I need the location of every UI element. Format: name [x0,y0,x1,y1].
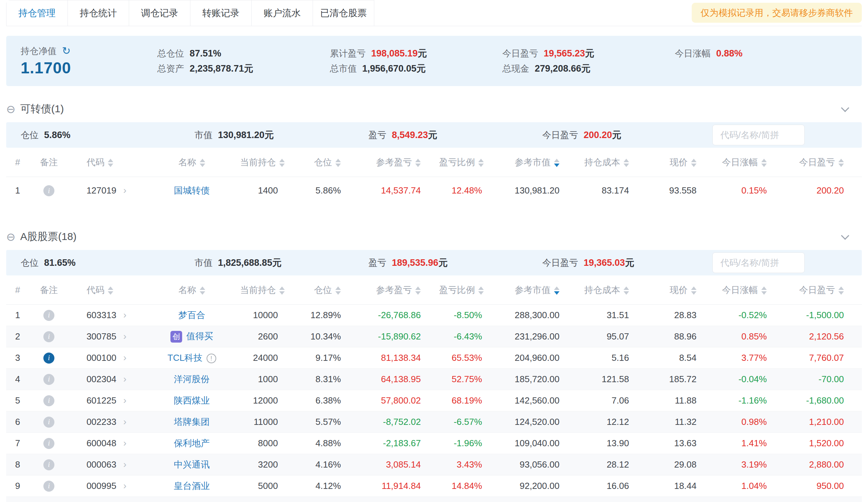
col-header-cost[interactable]: 持仓成本 [577,276,647,304]
note-info-icon[interactable]: i [43,185,54,196]
stock-name-link[interactable]: 中兴通讯 [174,459,210,470]
cell-idx: 5 [6,390,29,411]
cell-profit_pct: 3.43% [438,454,500,475]
col-header-day_pct[interactable]: 今日涨幅 [714,148,785,177]
cell-day_pct: 0.98% [714,411,785,432]
sort-icon [554,286,559,295]
cell-profit_pct: 52.75% [438,368,500,390]
stock-code[interactable]: 601225 [86,395,116,406]
note-info-icon[interactable]: i [43,310,54,321]
tab-account-flow[interactable]: 账户流水 [252,0,313,26]
search-input[interactable] [712,252,805,273]
col-header-market_value[interactable]: 参考市值 [500,148,577,177]
note-info-icon[interactable]: i [43,481,54,492]
chevron-right-icon[interactable]: › [123,331,126,341]
cell-day_pct: -0.52% [714,304,785,326]
stock-name-link[interactable]: 皇台酒业 [174,481,210,491]
col-header-profit[interactable]: 参考盈亏 [359,276,438,304]
circle-minus-icon[interactable]: ⊖ [6,232,16,243]
col-header-code[interactable]: 代码 [69,276,144,304]
col-header-label: 代码 [86,157,104,167]
chevron-down-icon[interactable] [842,235,848,239]
col-header-name[interactable]: 名称 [144,148,240,177]
tab-position-management[interactable]: 持仓管理 [7,0,68,26]
stock-code[interactable]: 300785 [86,331,116,341]
col-header-code[interactable]: 代码 [69,148,144,177]
stock-name-link[interactable]: 国城转债 [174,185,210,196]
col-header-day_profit[interactable]: 今日盈亏 [785,148,862,177]
cell-profit: 11,914.84 [359,475,438,496]
col-header-position[interactable]: 仓位 [296,148,359,177]
chevron-down-icon[interactable] [842,107,848,111]
cell-profit_pct: 12.48% [438,177,500,204]
col-header-profit_pct[interactable]: 盈亏比例 [438,148,500,177]
cell-note: i [29,368,69,390]
note-info-icon[interactable]: i [43,352,54,363]
stock-code[interactable]: 002233 [86,417,116,427]
cell-day_pct: 1.04% [714,475,785,496]
positions-table: #备注代码名称当前持仓仓位参考盈亏盈亏比例参考市值持仓成本现价今日涨幅今日盈亏1… [6,148,862,204]
stock-name-link[interactable]: 塔牌集团 [174,417,210,427]
col-header-price[interactable]: 现价 [647,148,714,177]
chevron-right-icon[interactable]: › [123,438,126,448]
stock-code[interactable]: 002304 [86,374,116,384]
cell-day_pct: 3.77% [714,347,785,368]
col-header-label: 参考盈亏 [376,285,412,295]
chevron-right-icon[interactable]: › [123,185,126,196]
col-header-price[interactable]: 现价 [647,276,714,304]
cell-cost: 83.174 [577,177,647,204]
chevron-right-icon[interactable]: › [123,395,126,406]
stock-code[interactable]: 000995 [86,481,116,491]
cell-day_profit: -70.00 [785,368,862,390]
tab-cleared-stocks[interactable]: 已清仓股票 [313,0,374,26]
cell-cost: 13.90 [577,432,647,454]
cell-day_pct: 0.85% [714,326,785,347]
stock-name-link[interactable]: 陕西煤业 [174,395,210,406]
stock-name-link[interactable]: TCL科技 [168,352,203,363]
chevron-right-icon[interactable]: › [123,309,126,320]
alert-info-icon[interactable]: ! [207,354,216,363]
col-header-qty[interactable]: 当前持仓 [240,276,296,304]
tab-position-statistics[interactable]: 持仓统计 [68,0,129,26]
chevron-right-icon[interactable]: › [123,416,126,427]
stock-name-link[interactable]: 值得买 [186,331,213,341]
stock-code[interactable]: 000063 [86,459,116,470]
col-header-day_pct[interactable]: 今日涨幅 [714,276,785,304]
note-info-icon[interactable]: i [43,395,54,406]
cell-market_value: 93,056.00 [500,454,577,475]
col-header-profit[interactable]: 参考盈亏 [359,148,438,177]
stock-name-link[interactable]: 保利地产 [174,438,210,448]
circle-minus-icon[interactable]: ⊖ [6,104,16,115]
chevron-right-icon[interactable]: › [123,459,126,470]
stock-code[interactable]: 600048 [86,438,116,448]
note-info-icon[interactable]: i [43,331,54,342]
col-header-market_value[interactable]: 参考市值 [500,276,577,304]
col-header-cost[interactable]: 持仓成本 [577,148,647,177]
col-header-day_profit[interactable]: 今日盈亏 [785,276,862,304]
stock-code[interactable]: 000100 [86,352,116,363]
stat-market-value: 市值 1,825,688.85 元 [195,256,369,269]
chevron-right-icon[interactable]: › [123,480,126,491]
stock-name-link[interactable]: 洋河股份 [174,374,210,384]
note-info-icon[interactable]: i [43,417,54,428]
tab-transfer-records[interactable]: 转账记录 [190,0,252,26]
note-info-icon[interactable]: i [43,438,54,449]
stock-code[interactable]: 603313 [86,310,116,320]
note-info-icon[interactable]: i [43,374,54,385]
tab-rebalance-records[interactable]: 调仓记录 [129,0,190,26]
col-header-qty[interactable]: 当前持仓 [240,148,296,177]
col-header-position[interactable]: 仓位 [296,276,359,304]
cell-cost: 16.06 [577,475,647,496]
chevron-right-icon[interactable]: › [123,352,126,363]
stock-code[interactable]: 127019 [86,185,116,196]
cell-code: 002127› [69,496,144,502]
stock-name-link[interactable]: 梦百合 [178,310,205,320]
col-header-profit_pct[interactable]: 盈亏比例 [438,276,500,304]
chevron-right-icon[interactable]: › [123,373,126,384]
note-info-icon[interactable]: i [43,459,54,470]
stat-today-pnl: 今日盈亏 19,365.03 元 [542,256,716,269]
refresh-icon[interactable]: ↻ [62,46,71,56]
search-input[interactable] [712,125,805,145]
cell-market_value: 109,040.00 [500,432,577,454]
col-header-name[interactable]: 名称 [144,276,240,304]
